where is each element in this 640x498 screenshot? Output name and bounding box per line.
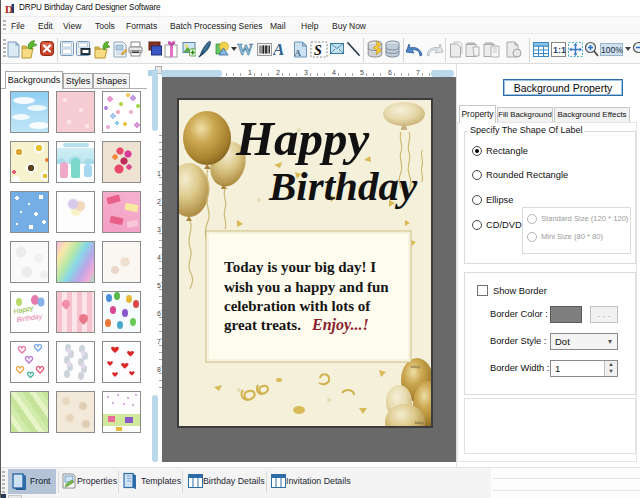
svg-text:bday: bday [415, 420, 424, 425]
svg-text:1:1: 1:1 [553, 45, 566, 55]
svg-text:Birthday: Birthday [268, 163, 418, 209]
svg-text:great treats.: great treats. [224, 317, 301, 333]
svg-text:Birthday: Birthday [16, 312, 43, 324]
svg-text:celebration with lots of: celebration with lots of [224, 298, 371, 314]
svg-text:Happy: Happy [235, 111, 370, 166]
svg-text:wish you a happy and fun: wish you a happy and fun [224, 279, 389, 295]
svg-text:bday: bday [411, 364, 420, 369]
svg-text:S: S [314, 43, 322, 58]
svg-text:Enjoy...!: Enjoy...! [311, 316, 369, 334]
svg-text:W: W [237, 42, 253, 58]
svg-text:A: A [273, 41, 284, 58]
svg-text:Today is your big day! I: Today is your big day! I [224, 259, 376, 275]
svg-text:A: A [295, 48, 302, 58]
